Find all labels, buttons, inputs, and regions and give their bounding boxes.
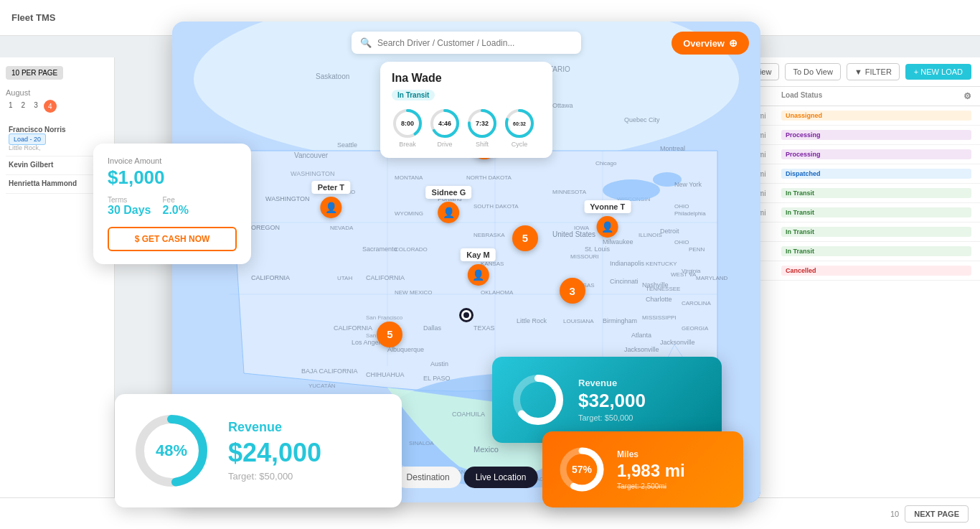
driver-label-peter: Peter T — [312, 181, 350, 194]
date-2[interactable]: 2 — [19, 100, 29, 113]
svg-text:NEW MEXICO: NEW MEXICO — [395, 289, 432, 296]
svg-text:MISSOURI: MISSOURI — [570, 253, 599, 260]
svg-text:Ottawa: Ottawa — [552, 102, 573, 109]
popup-status-badge: In Transit — [392, 90, 435, 100]
cluster-marker-3[interactable]: 3 — [560, 278, 585, 304]
per-page-control[interactable]: 10 PER PAGE — [6, 66, 108, 80]
revenue-amount-teal: $32,000 — [578, 390, 646, 412]
svg-text:Charlotte: Charlotte — [646, 296, 672, 303]
driver-location-francisco: Little Rock, — [9, 144, 105, 151]
svg-text:Vancouver: Vancouver — [294, 151, 329, 159]
search-input[interactable] — [377, 38, 573, 48]
revenue-target-white: Target: $50,000 — [228, 471, 321, 482]
date-1[interactable]: 1 — [6, 100, 16, 113]
fee-label: Fee — [163, 196, 189, 204]
svg-text:Jacksonville: Jacksonville — [624, 346, 659, 353]
current-location-marker — [459, 308, 473, 322]
driver-label-sidnee: Sidnee G — [426, 186, 472, 199]
stat-cycle: 60:32 Cycle — [504, 108, 535, 148]
date-4-active[interactable]: 4 — [44, 100, 57, 113]
per-page-button[interactable]: 10 PER PAGE — [6, 66, 63, 80]
revenue-label-white: Revenue — [228, 420, 321, 435]
svg-text:Montreal: Montreal — [660, 145, 685, 152]
driver-marker-peter[interactable]: 👤 — [320, 197, 341, 218]
revenue-label-teal: Revenue — [578, 378, 646, 388]
invoice-terms-field: Terms 30 Days — [108, 196, 151, 217]
svg-text:PENN: PENN — [689, 246, 705, 253]
svg-text:NEVADA: NEVADA — [330, 225, 354, 231]
revenue-target-teal: Target: $50,000 — [578, 413, 646, 422]
settings-icon[interactable]: ⚙ — [963, 91, 971, 101]
filter-label: FILTER — [865, 67, 892, 76]
revenue-amount-white: $24,000 — [228, 438, 321, 468]
to-do-view-button[interactable]: To Do View — [785, 63, 840, 80]
overview-label: Overview — [683, 38, 725, 49]
filter-icon: ▼ — [854, 67, 862, 76]
stat-break-value: 8:00 — [401, 120, 414, 127]
stat-break-label: Break — [399, 141, 416, 148]
filter-button[interactable]: ▼ FILTER — [847, 63, 900, 80]
load-chip-francisco: Load - 20 — [9, 134, 46, 145]
stat-drive: 4:46 Drive — [429, 108, 461, 148]
svg-text:MARYLAND: MARYLAND — [696, 275, 728, 281]
svg-text:COLORADO: COLORADO — [395, 246, 428, 253]
svg-text:CALIFORNIA: CALIFORNIA — [334, 324, 372, 332]
svg-text:Dallas: Dallas — [423, 324, 442, 332]
miles-donut: 57% — [557, 444, 607, 495]
svg-text:Nashville: Nashville — [642, 281, 669, 289]
svg-text:BAJA CALIFORNIA: BAJA CALIFORNIA — [301, 368, 358, 375]
svg-text:TEXAS: TEXAS — [473, 324, 495, 332]
stat-shift: 7:32 Shift — [466, 108, 498, 148]
svg-text:Detroit: Detroit — [660, 228, 679, 235]
map-search-bar[interactable]: 🔍 — [352, 32, 581, 54]
get-cash-button[interactable]: $ GET CASH NOW — [108, 227, 237, 251]
svg-text:GEORGIA: GEORGIA — [682, 325, 709, 332]
invoice-label: Invoice Amount — [108, 156, 237, 165]
driver-popup: Ina Wade In Transit 8:00 Break — [380, 62, 552, 158]
svg-text:NORTH DAKOTA: NORTH DAKOTA — [466, 174, 512, 181]
miles-card: 57% Miles 1,983 mi Target: 2,500mi — [542, 431, 743, 507]
status-badge: In Transit — [781, 207, 971, 217]
terms-value: 30 Days — [108, 204, 151, 216]
date-3[interactable]: 3 — [31, 100, 41, 113]
miles-target: Target: 2,500mi — [617, 482, 685, 490]
dashboard-sidebar: 10 PER PAGE August 1 2 3 4 Francisco Nor… — [0, 57, 115, 529]
stat-drive-value: 4:46 — [438, 120, 451, 127]
stat-break: 8:00 Break — [392, 108, 423, 148]
revenue-donut-white: 48% — [132, 411, 211, 490]
status-badge: In Transit — [781, 227, 971, 237]
terms-label: Terms — [108, 196, 151, 204]
svg-text:New York: New York — [674, 181, 702, 188]
col-load-status: Load Status — [781, 91, 963, 101]
status-badge: In Transit — [781, 246, 971, 256]
overview-icon: ⊕ — [729, 37, 738, 49]
driver-marker-kay[interactable]: 👤 — [467, 264, 489, 286]
svg-text:MINNESOTA: MINNESOTA — [552, 189, 587, 195]
new-load-button[interactable]: + NEW LOAD — [905, 64, 971, 80]
svg-text:MONTANA: MONTANA — [395, 174, 423, 181]
svg-text:NEBRASKA: NEBRASKA — [473, 232, 505, 238]
invoice-terms-row: Terms 30 Days Fee 2.0% — [108, 196, 237, 217]
status-badge: Dispatched — [781, 169, 971, 179]
stat-cycle-value: 60:32 — [513, 121, 526, 126]
driver-label-kay: Kay M — [461, 248, 495, 261]
overview-button[interactable]: Overview ⊕ — [672, 32, 749, 55]
revenue-card-teal: Revenue $32,000 Target: $50,000 — [492, 357, 722, 443]
revenue-info-teal: Revenue $32,000 Target: $50,000 — [578, 378, 646, 422]
driver-marker-yvonne[interactable]: 👤 — [597, 216, 618, 238]
cluster-marker-5-right[interactable]: 5 — [512, 225, 538, 251]
revenue-donut-teal — [509, 371, 567, 429]
destination-button[interactable]: Destination — [395, 467, 461, 488]
next-page-button[interactable]: NEXT PAGE — [905, 505, 969, 523]
svg-text:St. Louis: St. Louis — [585, 245, 611, 253]
driver-marker-sidnee[interactable]: 👤 — [438, 202, 459, 223]
live-location-button[interactable]: Live Location — [464, 467, 538, 488]
svg-text:Mexico: Mexico — [473, 445, 499, 454]
revenue-info-white: Revenue $24,000 Target: $50,000 — [228, 420, 321, 482]
fee-value: 2.0% — [163, 204, 189, 216]
svg-text:OREGON: OREGON — [251, 224, 280, 231]
date-row: 1 2 3 4 — [6, 100, 108, 113]
invoice-fee-field: Fee 2.0% — [163, 196, 189, 217]
svg-text:Jacksonville: Jacksonville — [660, 339, 695, 346]
cluster-marker-5-left[interactable]: 5 — [377, 322, 402, 347]
